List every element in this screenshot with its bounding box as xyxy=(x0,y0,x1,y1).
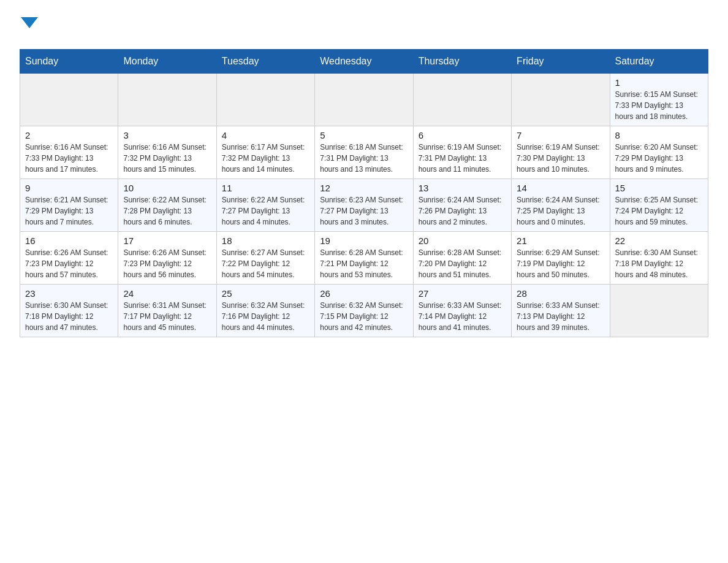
calendar-cell xyxy=(610,285,708,337)
day-number: 10 xyxy=(123,183,211,193)
day-info: Sunrise: 6:24 AM Sunset: 7:25 PM Dayligh… xyxy=(517,194,604,228)
calendar-cell: 5Sunrise: 6:18 AM Sunset: 7:31 PM Daylig… xyxy=(315,126,413,179)
calendar-cell: 7Sunrise: 6:19 AM Sunset: 7:30 PM Daylig… xyxy=(512,126,610,179)
column-header-friday: Friday xyxy=(512,50,610,74)
calendar-cell: 23Sunrise: 6:30 AM Sunset: 7:18 PM Dayli… xyxy=(20,285,118,337)
day-info: Sunrise: 6:32 AM Sunset: 7:15 PM Dayligh… xyxy=(320,300,408,333)
day-number: 9 xyxy=(25,183,113,193)
day-number: 1 xyxy=(615,77,703,88)
column-header-thursday: Thursday xyxy=(413,50,511,74)
day-number: 19 xyxy=(320,236,408,246)
column-header-saturday: Saturday xyxy=(610,50,708,74)
calendar-cell: 19Sunrise: 6:28 AM Sunset: 7:21 PM Dayli… xyxy=(315,232,413,285)
calendar-header-row: SundayMondayTuesdayWednesdayThursdayFrid… xyxy=(20,50,708,74)
calendar-cell: 14Sunrise: 6:24 AM Sunset: 7:25 PM Dayli… xyxy=(512,179,610,232)
day-number: 25 xyxy=(222,288,309,299)
calendar-week-row: 1Sunrise: 6:15 AM Sunset: 7:33 PM Daylig… xyxy=(20,74,708,126)
calendar-cell: 25Sunrise: 6:32 AM Sunset: 7:16 PM Dayli… xyxy=(216,285,314,337)
calendar-cell xyxy=(216,74,314,126)
calendar-cell: 13Sunrise: 6:24 AM Sunset: 7:26 PM Dayli… xyxy=(413,179,511,232)
day-number: 20 xyxy=(419,236,506,246)
day-number: 11 xyxy=(222,183,309,193)
column-header-monday: Monday xyxy=(118,50,216,74)
day-info: Sunrise: 6:30 AM Sunset: 7:18 PM Dayligh… xyxy=(615,247,703,280)
calendar-cell: 22Sunrise: 6:30 AM Sunset: 7:18 PM Dayli… xyxy=(610,232,708,285)
page-header xyxy=(20,15,708,43)
calendar-week-row: 9Sunrise: 6:21 AM Sunset: 7:29 PM Daylig… xyxy=(20,179,708,232)
calendar-cell xyxy=(315,74,413,126)
calendar-cell: 17Sunrise: 6:26 AM Sunset: 7:23 PM Dayli… xyxy=(118,232,216,285)
day-number: 21 xyxy=(517,236,604,246)
calendar-cell xyxy=(512,74,610,126)
day-info: Sunrise: 6:17 AM Sunset: 7:32 PM Dayligh… xyxy=(222,142,309,175)
calendar-week-row: 16Sunrise: 6:26 AM Sunset: 7:23 PM Dayli… xyxy=(20,232,708,285)
day-number: 14 xyxy=(517,183,604,193)
calendar-cell: 9Sunrise: 6:21 AM Sunset: 7:29 PM Daylig… xyxy=(20,179,118,232)
calendar-cell: 20Sunrise: 6:28 AM Sunset: 7:20 PM Dayli… xyxy=(413,232,511,285)
calendar-cell: 15Sunrise: 6:25 AM Sunset: 7:24 PM Dayli… xyxy=(610,179,708,232)
day-number: 5 xyxy=(320,130,408,140)
calendar-cell: 4Sunrise: 6:17 AM Sunset: 7:32 PM Daylig… xyxy=(216,126,314,179)
day-number: 7 xyxy=(517,130,604,140)
day-info: Sunrise: 6:21 AM Sunset: 7:29 PM Dayligh… xyxy=(25,194,113,228)
day-info: Sunrise: 6:19 AM Sunset: 7:30 PM Dayligh… xyxy=(517,142,604,175)
column-header-tuesday: Tuesday xyxy=(216,50,314,74)
calendar-cell xyxy=(118,74,216,126)
calendar-week-row: 2Sunrise: 6:16 AM Sunset: 7:33 PM Daylig… xyxy=(20,126,708,179)
day-number: 3 xyxy=(123,130,211,140)
day-info: Sunrise: 6:26 AM Sunset: 7:23 PM Dayligh… xyxy=(25,247,113,280)
day-number: 26 xyxy=(320,288,408,299)
day-info: Sunrise: 6:26 AM Sunset: 7:23 PM Dayligh… xyxy=(123,247,211,280)
day-info: Sunrise: 6:20 AM Sunset: 7:29 PM Dayligh… xyxy=(615,142,703,175)
calendar-cell: 8Sunrise: 6:20 AM Sunset: 7:29 PM Daylig… xyxy=(610,126,708,179)
day-info: Sunrise: 6:30 AM Sunset: 7:18 PM Dayligh… xyxy=(25,300,113,333)
day-info: Sunrise: 6:32 AM Sunset: 7:16 PM Dayligh… xyxy=(222,300,309,333)
calendar-cell: 28Sunrise: 6:33 AM Sunset: 7:13 PM Dayli… xyxy=(512,285,610,337)
day-number: 12 xyxy=(320,183,408,193)
day-number: 23 xyxy=(25,288,113,299)
day-info: Sunrise: 6:29 AM Sunset: 7:19 PM Dayligh… xyxy=(517,247,604,280)
logo-arrow-icon xyxy=(21,17,38,28)
calendar-cell: 10Sunrise: 6:22 AM Sunset: 7:28 PM Dayli… xyxy=(118,179,216,232)
calendar-week-row: 23Sunrise: 6:30 AM Sunset: 7:18 PM Dayli… xyxy=(20,285,708,337)
calendar-cell: 12Sunrise: 6:23 AM Sunset: 7:27 PM Dayli… xyxy=(315,179,413,232)
day-info: Sunrise: 6:33 AM Sunset: 7:14 PM Dayligh… xyxy=(419,300,506,333)
calendar-cell: 24Sunrise: 6:31 AM Sunset: 7:17 PM Dayli… xyxy=(118,285,216,337)
calendar-cell xyxy=(413,74,511,126)
day-info: Sunrise: 6:22 AM Sunset: 7:28 PM Dayligh… xyxy=(123,194,211,228)
calendar-cell: 2Sunrise: 6:16 AM Sunset: 7:33 PM Daylig… xyxy=(20,126,118,179)
calendar-cell: 21Sunrise: 6:29 AM Sunset: 7:19 PM Dayli… xyxy=(512,232,610,285)
calendar-cell: 11Sunrise: 6:22 AM Sunset: 7:27 PM Dayli… xyxy=(216,179,314,232)
day-number: 13 xyxy=(419,183,506,193)
column-header-sunday: Sunday xyxy=(20,50,118,74)
day-info: Sunrise: 6:33 AM Sunset: 7:13 PM Dayligh… xyxy=(517,300,604,333)
day-number: 18 xyxy=(222,236,309,246)
day-info: Sunrise: 6:25 AM Sunset: 7:24 PM Dayligh… xyxy=(615,194,703,228)
calendar-table: SundayMondayTuesdayWednesdayThursdayFrid… xyxy=(20,49,708,337)
day-number: 15 xyxy=(615,183,703,193)
calendar-cell xyxy=(20,74,118,126)
day-info: Sunrise: 6:23 AM Sunset: 7:27 PM Dayligh… xyxy=(320,194,408,228)
day-number: 27 xyxy=(419,288,506,299)
day-info: Sunrise: 6:19 AM Sunset: 7:31 PM Dayligh… xyxy=(419,142,506,175)
calendar-cell: 16Sunrise: 6:26 AM Sunset: 7:23 PM Dayli… xyxy=(20,232,118,285)
day-info: Sunrise: 6:16 AM Sunset: 7:33 PM Dayligh… xyxy=(25,142,113,175)
day-info: Sunrise: 6:31 AM Sunset: 7:17 PM Dayligh… xyxy=(123,300,211,333)
column-header-wednesday: Wednesday xyxy=(315,50,413,74)
day-info: Sunrise: 6:16 AM Sunset: 7:32 PM Dayligh… xyxy=(123,142,211,175)
calendar-cell: 6Sunrise: 6:19 AM Sunset: 7:31 PM Daylig… xyxy=(413,126,511,179)
day-info: Sunrise: 6:15 AM Sunset: 7:33 PM Dayligh… xyxy=(615,89,703,122)
day-number: 4 xyxy=(222,130,309,140)
day-info: Sunrise: 6:28 AM Sunset: 7:21 PM Dayligh… xyxy=(320,247,408,280)
logo xyxy=(20,15,38,43)
day-info: Sunrise: 6:28 AM Sunset: 7:20 PM Dayligh… xyxy=(419,247,506,280)
calendar-cell: 18Sunrise: 6:27 AM Sunset: 7:22 PM Dayli… xyxy=(216,232,314,285)
day-number: 24 xyxy=(123,288,211,299)
day-number: 6 xyxy=(419,130,506,140)
day-number: 16 xyxy=(25,236,113,246)
day-number: 2 xyxy=(25,130,113,140)
calendar-cell: 3Sunrise: 6:16 AM Sunset: 7:32 PM Daylig… xyxy=(118,126,216,179)
day-info: Sunrise: 6:24 AM Sunset: 7:26 PM Dayligh… xyxy=(419,194,506,228)
day-info: Sunrise: 6:22 AM Sunset: 7:27 PM Dayligh… xyxy=(222,194,309,228)
day-number: 22 xyxy=(615,236,703,246)
